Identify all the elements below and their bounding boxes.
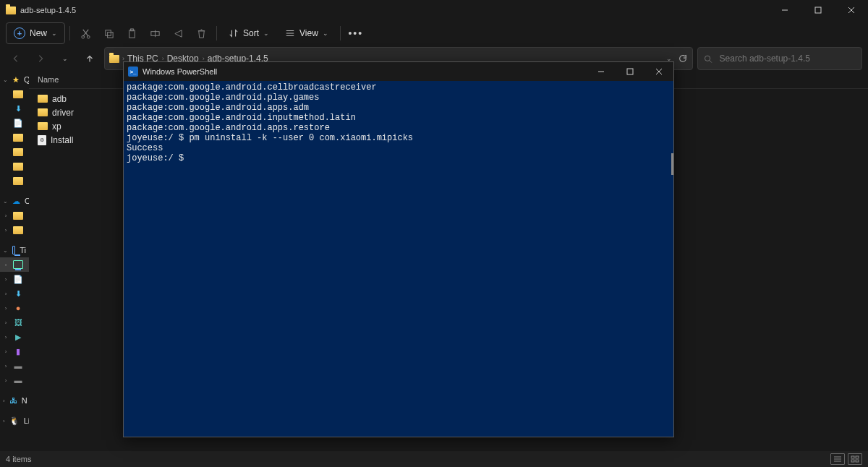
terminal-line: package:com.google.android.apps.adm bbox=[127, 103, 671, 113]
new-label: New bbox=[30, 28, 47, 38]
terminal-line: joyeuse:/ $ pm uninstall -k --user 0 com… bbox=[127, 133, 671, 143]
paste-button[interactable] bbox=[121, 23, 142, 43]
search-input[interactable] bbox=[718, 53, 856, 64]
sort-label: Sort bbox=[243, 28, 259, 38]
sidebar-item[interactable]: › bbox=[0, 208, 29, 223]
maximize-button[interactable] bbox=[801, 0, 835, 20]
details-view-icon[interactable] bbox=[830, 453, 845, 465]
ps-close-button[interactable] bbox=[644, 62, 673, 81]
new-button[interactable]: + New ⌄ bbox=[6, 22, 65, 44]
terminal-line: Success bbox=[127, 143, 671, 153]
share-button[interactable] bbox=[167, 23, 189, 43]
rename-button[interactable] bbox=[144, 23, 166, 43]
separator bbox=[69, 26, 70, 40]
terminal-scrollbar[interactable] bbox=[671, 153, 673, 175]
more-button[interactable]: ••• bbox=[345, 23, 367, 43]
terminal-line: package:com.google.android.play.games bbox=[127, 93, 671, 103]
sidebar-item[interactable]: ›🖼 bbox=[0, 315, 29, 330]
svg-point-15 bbox=[705, 56, 710, 61]
window-title: adb-setup-1.4.5 bbox=[20, 6, 76, 14]
sidebar-item[interactable] bbox=[0, 130, 29, 145]
sidebar-quickaccess[interactable]: ⌄★Q bbox=[0, 72, 29, 87]
svg-rect-1 bbox=[815, 7, 821, 13]
sidebar-item[interactable]: ›▮ bbox=[0, 344, 29, 359]
up-button[interactable] bbox=[80, 48, 100, 69]
folder-icon bbox=[109, 55, 119, 63]
recent-button[interactable]: ⌄ bbox=[55, 48, 75, 69]
sidebar-item[interactable]: ›▬ bbox=[0, 373, 29, 387]
folder-icon bbox=[38, 122, 48, 130]
terminal-line: package:com.google.android.cellbroadcast… bbox=[127, 82, 671, 93]
separator bbox=[216, 26, 217, 40]
sort-button[interactable]: Sort ⌄ bbox=[221, 23, 276, 43]
sidebar-linux[interactable]: ›🐧Li bbox=[0, 414, 29, 428]
search-box[interactable] bbox=[697, 47, 862, 70]
sidebar-item[interactable]: ›▬ bbox=[0, 359, 29, 373]
terminal-line: package:com.google.android.inputmethod.l… bbox=[127, 113, 671, 123]
svg-rect-7 bbox=[107, 32, 113, 38]
folder-icon bbox=[6, 7, 16, 14]
svg-rect-21 bbox=[856, 456, 859, 458]
chevron-down-icon: ⌄ bbox=[263, 30, 269, 37]
svg-rect-22 bbox=[851, 460, 854, 462]
sidebar-item[interactable] bbox=[0, 159, 29, 173]
cut-button[interactable] bbox=[75, 23, 96, 43]
sidebar-item[interactable]: ›⬇ bbox=[0, 286, 29, 301]
svg-rect-20 bbox=[851, 456, 854, 458]
ps-minimize-button[interactable] bbox=[587, 62, 616, 81]
sidebar-item[interactable] bbox=[0, 145, 29, 159]
powershell-terminal[interactable]: package:com.google.android.cellbroadcast… bbox=[124, 81, 673, 437]
sidebar-network[interactable]: ›🖧N bbox=[0, 393, 29, 408]
powershell-title: Windows PowerShell bbox=[142, 67, 217, 76]
powershell-titlebar[interactable]: >_ Windows PowerShell bbox=[124, 62, 673, 81]
svg-line-16 bbox=[710, 60, 712, 62]
sidebar-item-desktop[interactable]: › bbox=[0, 257, 29, 272]
minimize-button[interactable] bbox=[768, 0, 801, 20]
chevron-down-icon: ⌄ bbox=[323, 30, 328, 37]
folder-icon bbox=[38, 108, 48, 116]
ps-maximize-button[interactable] bbox=[616, 62, 644, 81]
sidebar-item[interactable]: ›▶ bbox=[0, 330, 29, 344]
sidebar-item[interactable] bbox=[0, 87, 29, 101]
forward-button[interactable] bbox=[30, 48, 51, 69]
explorer-titlebar: adb-setup-1.4.5 bbox=[0, 0, 868, 20]
sidebar-item[interactable]: ›📄 bbox=[0, 272, 29, 286]
explorer-sidebar: ⌄★Q ⬇ 📄 ⌄☁O › › ⌄Ti › ›📄 ›⬇ ›● ›🖼 ›▶ ›▮ … bbox=[0, 71, 29, 467]
explorer-toolbar: + New ⌄ Sort ⌄ View ⌄ ••• bbox=[0, 20, 868, 46]
terminal-line: package:com.google.android.apps.restore bbox=[127, 123, 671, 133]
svg-rect-8 bbox=[129, 30, 135, 37]
close-button[interactable] bbox=[835, 0, 868, 20]
svg-rect-25 bbox=[627, 69, 633, 74]
folder-icon bbox=[38, 95, 48, 103]
view-button[interactable]: View ⌄ bbox=[278, 23, 336, 43]
sidebar-item[interactable] bbox=[0, 173, 29, 188]
terminal-prompt: joyeuse:/ $ bbox=[127, 153, 671, 163]
view-label: View bbox=[299, 28, 318, 38]
batch-file-icon: ⚙ bbox=[38, 135, 46, 145]
back-button[interactable] bbox=[6, 48, 26, 69]
separator bbox=[340, 26, 341, 40]
sidebar-item[interactable]: › bbox=[0, 223, 29, 237]
col-name[interactable]: Name bbox=[38, 75, 59, 84]
refresh-icon[interactable] bbox=[678, 53, 688, 64]
plus-icon: + bbox=[14, 27, 25, 39]
svg-rect-6 bbox=[105, 30, 111, 35]
sidebar-onedrive[interactable]: ⌄☁O bbox=[0, 194, 29, 208]
search-icon bbox=[704, 54, 712, 64]
chevron-down-icon: ⌄ bbox=[51, 30, 57, 37]
powershell-icon: >_ bbox=[128, 67, 138, 77]
sidebar-item[interactable]: 📄 bbox=[0, 116, 29, 130]
item-count: 4 items bbox=[6, 455, 31, 463]
svg-rect-23 bbox=[856, 460, 859, 462]
status-bar: 4 items bbox=[0, 451, 868, 467]
delete-button[interactable] bbox=[190, 23, 212, 43]
copy-button[interactable] bbox=[98, 23, 119, 43]
sidebar-item[interactable]: ›● bbox=[0, 301, 29, 315]
sidebar-thispc[interactable]: ⌄Ti bbox=[0, 243, 29, 257]
grid-view-icon[interactable] bbox=[848, 453, 862, 465]
sidebar-item[interactable]: ⬇ bbox=[0, 101, 29, 116]
powershell-window: >_ Windows PowerShell package:com.google… bbox=[123, 61, 674, 437]
